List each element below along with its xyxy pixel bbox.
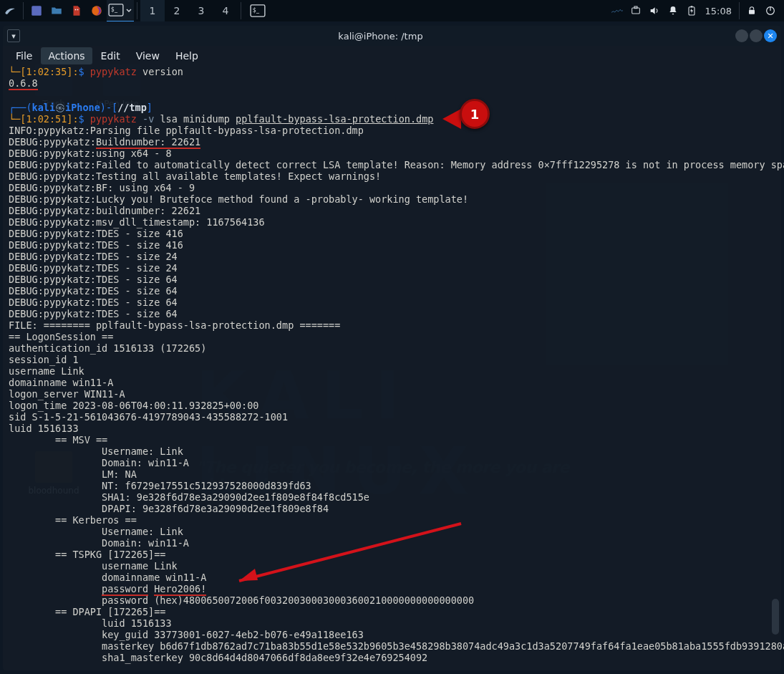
screenshot-icon[interactable] <box>626 0 645 21</box>
cpu-graph-icon[interactable] <box>608 0 626 21</box>
window-appmenu-icon[interactable]: ▾ <box>7 29 20 42</box>
window-title: kali@iPhone: /tmp <box>26 31 735 42</box>
window-minimize-button[interactable] <box>735 29 748 42</box>
menu-help[interactable]: Help <box>168 47 205 64</box>
workspace-1[interactable]: 1 <box>140 0 165 23</box>
menu-edit[interactable]: Edit <box>94 47 127 64</box>
app-files-icon[interactable] <box>47 0 67 21</box>
window-maximize-button[interactable] <box>750 29 763 42</box>
window-close-button[interactable]: ✕ <box>764 29 777 42</box>
workspace-3[interactable]: 3 <box>189 0 213 21</box>
taskbar-terminal-1[interactable]: $_ <box>107 0 134 22</box>
notifications-icon[interactable] <box>664 0 682 21</box>
workspace-4[interactable]: 4 <box>213 0 238 21</box>
svg-rect-10 <box>749 10 755 14</box>
svg-text:$_: $_ <box>253 6 260 14</box>
svg-rect-0 <box>32 6 42 16</box>
scrollbar-thumb[interactable] <box>772 599 779 635</box>
terminal-output[interactable]: └─[1:02:35]:$ pypykatz version 0.6.8 ┌──… <box>3 66 781 669</box>
clock[interactable]: 15:08 <box>701 6 736 16</box>
annotation-pointer <box>442 109 461 129</box>
menu-actions[interactable]: Actions <box>41 47 92 64</box>
title-bar[interactable]: ▾ kali@iPhone: /tmp ✕ <box>3 26 781 46</box>
lock-icon[interactable] <box>742 0 761 21</box>
kali-menu-icon[interactable] <box>0 0 20 21</box>
volume-icon[interactable] <box>645 0 664 21</box>
power-icon[interactable] <box>761 0 780 21</box>
app-firefox-icon[interactable] <box>87 0 107 21</box>
terminal-window: ▾ kali@iPhone: /tmp ✕ File Actions Edit … <box>3 26 781 670</box>
taskbar-terminal-2[interactable]: $_ <box>244 0 271 21</box>
battery-icon[interactable] <box>682 0 701 21</box>
svg-rect-7 <box>634 6 637 9</box>
workspace-2[interactable]: 2 <box>165 0 189 21</box>
top-panel: $_ 1 2 3 4 $_ 15:08 <box>0 0 784 21</box>
app-kazam-icon[interactable] <box>26 0 47 21</box>
menu-bar: File Actions Edit View Help <box>3 46 781 66</box>
menu-file[interactable]: File <box>9 47 39 64</box>
app-cherrytree-icon[interactable] <box>67 0 87 21</box>
menu-view[interactable]: View <box>129 47 167 64</box>
workspace-switcher: 1 2 3 4 <box>140 0 238 21</box>
annotation-badge-1: 1 <box>460 99 490 129</box>
svg-text:$_: $_ <box>111 6 118 13</box>
svg-rect-9 <box>690 6 692 7</box>
